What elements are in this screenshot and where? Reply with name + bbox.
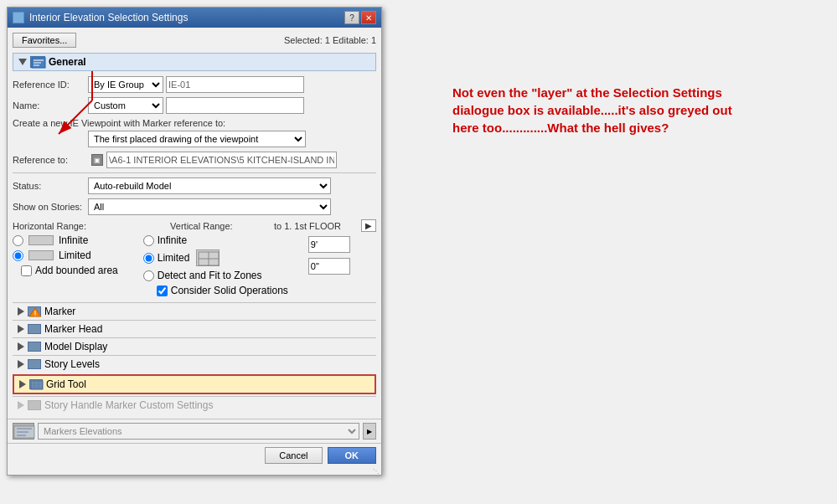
name-row: Name: Custom xyxy=(13,97,376,114)
general-section-label: General xyxy=(49,56,86,68)
title-bar: Interior Elevation Selection Settings ? … xyxy=(8,8,381,28)
limited-h-icon xyxy=(28,250,54,260)
first-placed-row: The first placed drawing of the viewpoin… xyxy=(13,131,376,147)
bottom-icon xyxy=(13,423,34,440)
close-button[interactable]: ✕ xyxy=(361,11,376,24)
marker-head-section[interactable]: Marker Head xyxy=(13,320,376,337)
show-stories-label: Show on Stories: xyxy=(13,202,88,212)
marker-label: Marker xyxy=(44,306,75,317)
reference-to-icon: ▣ xyxy=(91,154,103,166)
horizontal-range-label: Horizontal Range: xyxy=(13,221,86,231)
limited-v-row: Limited xyxy=(143,249,288,266)
dialog-title: Interior Elevation Selection Settings xyxy=(29,12,188,23)
story-handle-section: Story Handle Marker Custom Settings xyxy=(13,396,376,414)
story-levels-label: Story Levels xyxy=(44,358,100,370)
dialog-footer: Cancel OK xyxy=(8,443,381,467)
consider-solid-row: Consider Solid Operations xyxy=(143,285,288,296)
model-display-triangle-icon xyxy=(18,342,24,351)
grid-tool-label: Grid Tool xyxy=(46,378,86,390)
name-label: Name: xyxy=(13,100,88,111)
range-bottom-input[interactable] xyxy=(308,258,350,275)
reference-id-label: Reference ID: xyxy=(13,80,88,90)
range-section: Horizontal Range: Vertical Range: to 1. … xyxy=(13,219,376,298)
title-bar-controls: ? ✕ xyxy=(344,11,376,24)
markers-elevations-select[interactable]: Markers Elevations xyxy=(38,423,359,440)
model-display-icon xyxy=(28,342,41,352)
infinite-h-icon xyxy=(28,235,54,245)
range-values-col xyxy=(308,236,350,298)
svg-rect-10 xyxy=(31,381,43,389)
add-bounded-checkbox[interactable] xyxy=(21,265,32,276)
consider-solid-label: Consider Solid Operations xyxy=(171,285,288,296)
floor-badge: ▶ xyxy=(361,219,376,232)
marker-icon xyxy=(28,306,41,316)
limited-v-label: Limited xyxy=(158,252,190,264)
name-input[interactable] xyxy=(166,97,304,114)
grid-tool-section[interactable]: Grid Tool xyxy=(13,374,376,394)
reference-to-row: Reference to: ▣ xyxy=(13,152,376,168)
story-handle-label: Story Handle Marker Custom Settings xyxy=(44,399,213,411)
resize-handle[interactable]: ⋱ xyxy=(8,467,381,475)
marker-triangle-icon xyxy=(18,307,24,316)
general-section-header[interactable]: General xyxy=(13,53,376,71)
model-display-section[interactable]: Model Display xyxy=(13,337,376,355)
status-row: Status: Auto-rebuild Model xyxy=(13,177,376,194)
range-header: Horizontal Range: Vertical Range: to 1. … xyxy=(13,219,376,232)
detect-fit-row: Detect and Fit to Zones xyxy=(143,270,288,281)
range-top-input[interactable] xyxy=(308,236,350,253)
show-stories-select[interactable]: All xyxy=(88,198,331,215)
divider-1 xyxy=(13,172,376,173)
story-levels-section[interactable]: Story Levels xyxy=(13,355,376,373)
favorites-button[interactable]: Favorites... xyxy=(13,33,76,48)
range-inputs-row: Infinite Limited Add bounded area xyxy=(13,234,376,298)
cancel-button[interactable]: Cancel xyxy=(265,447,322,464)
help-button[interactable]: ? xyxy=(344,11,359,24)
infinite-h-row: Infinite xyxy=(13,234,118,246)
marker-head-triangle-icon xyxy=(18,325,24,333)
to-label: to 1. 1st FLOOR xyxy=(274,221,341,231)
marker-head-label: Marker Head xyxy=(44,323,102,335)
vertical-range-label: Vertical Range: xyxy=(170,221,233,231)
ok-button[interactable]: OK xyxy=(328,447,377,464)
create-label: Create a new IE Viewpoint with Marker re… xyxy=(13,118,376,128)
status-select[interactable]: Auto-rebuild Model xyxy=(88,177,331,194)
marker-section[interactable]: Marker xyxy=(13,302,376,320)
show-stories-row: Show on Stories: All xyxy=(13,198,376,215)
bottom-row: Markers Elevations ▶ xyxy=(8,419,381,443)
bottom-arrow-button[interactable]: ▶ xyxy=(363,423,376,440)
dialog-body: Favorites... Selected: 1 Editable: 1 Gen… xyxy=(8,28,381,419)
add-bounded-label: Add bounded area xyxy=(35,265,118,276)
story-levels-icon xyxy=(28,359,41,369)
reference-path-input[interactable] xyxy=(106,152,337,168)
annotation-area: Not even the "layer" at the Selection Se… xyxy=(402,84,804,136)
resize-icon: ⋱ xyxy=(373,467,380,475)
infinite-h-radio[interactable] xyxy=(13,235,23,246)
annotation-text: Not even the "layer" at the Selection Se… xyxy=(452,84,746,136)
first-placed-select[interactable]: The first placed drawing of the viewpoin… xyxy=(88,131,306,147)
limited-h-label: Limited xyxy=(59,249,91,261)
reference-id-row: Reference ID: By IE Group xyxy=(13,76,376,93)
model-display-label: Model Display xyxy=(44,341,107,352)
marker-head-icon xyxy=(28,324,41,334)
name-select[interactable]: Custom xyxy=(88,97,163,114)
detect-fit-radio[interactable] xyxy=(143,270,154,281)
svg-point-9 xyxy=(35,316,36,316)
infinite-v-radio[interactable] xyxy=(143,235,154,246)
title-bar-left: Interior Elevation Selection Settings xyxy=(13,12,188,23)
selected-info: Selected: 1 Editable: 1 xyxy=(284,35,376,45)
consider-solid-checkbox[interactable] xyxy=(157,285,168,296)
infinite-h-label: Infinite xyxy=(59,234,88,246)
general-section-icon xyxy=(30,56,45,68)
grid-tool-icon xyxy=(29,379,43,389)
detect-fit-label: Detect and Fit to Zones xyxy=(158,270,262,281)
add-bounded-row: Add bounded area xyxy=(13,265,118,276)
limited-h-row: Limited xyxy=(13,249,118,261)
app-icon xyxy=(13,12,24,23)
limited-h-radio[interactable] xyxy=(13,250,23,261)
reference-id-input[interactable] xyxy=(166,76,304,93)
dialog-window: Interior Elevation Selection Settings ? … xyxy=(7,7,382,476)
limited-v-radio[interactable] xyxy=(143,253,154,264)
reference-id-select[interactable]: By IE Group xyxy=(88,76,163,93)
status-label: Status: xyxy=(13,181,88,191)
infinite-v-row: Infinite xyxy=(143,234,288,246)
